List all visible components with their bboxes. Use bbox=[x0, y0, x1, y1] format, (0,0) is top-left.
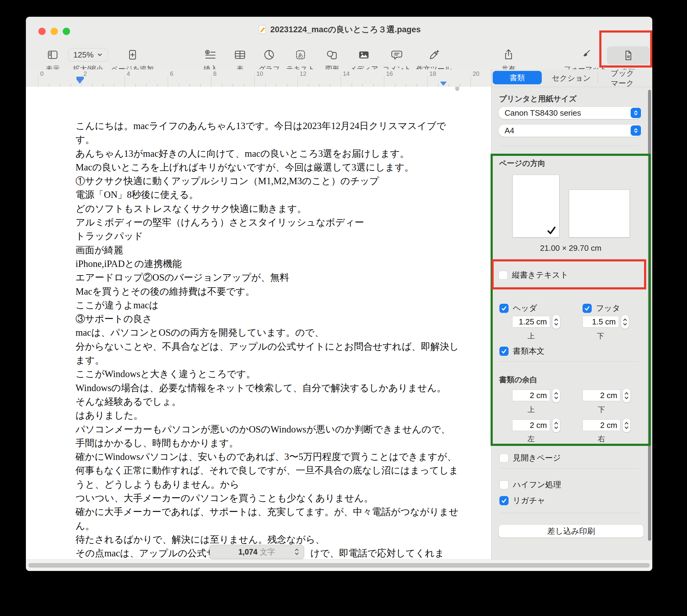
footer-margin-stepper[interactable] bbox=[621, 315, 629, 329]
header-margin-field[interactable]: 1.25 cm bbox=[512, 316, 550, 328]
margin-bottom-stepper[interactable] bbox=[622, 388, 631, 403]
sidebar-scrollbar-thumb[interactable] bbox=[648, 90, 651, 541]
divider bbox=[499, 146, 639, 146]
close-button[interactable] bbox=[38, 28, 46, 35]
ruler-number: 12 bbox=[300, 70, 306, 77]
ruler: 02468101214161820 bbox=[26, 69, 491, 87]
word-count-value: 1,074 bbox=[238, 548, 258, 556]
stepper-chevrons-icon bbox=[624, 391, 629, 400]
hyphenation-label: ハイフン処理 bbox=[513, 479, 561, 490]
ruler-tick bbox=[265, 84, 265, 87]
margin-top-label: 上 bbox=[528, 405, 535, 415]
ruler-tick bbox=[276, 84, 276, 87]
fullscreen-button[interactable] bbox=[63, 28, 70, 35]
window-title-text: 20231224_macの良いところ３選.pages bbox=[271, 24, 421, 35]
ruler-tick bbox=[352, 84, 352, 87]
header-checkbox[interactable] bbox=[499, 304, 509, 313]
facing-pages-checkbox[interactable] bbox=[499, 454, 509, 463]
pages-document-icon bbox=[258, 25, 267, 35]
ruler-tick bbox=[460, 84, 460, 87]
document-text[interactable]: こんにちは。macライフのあんちゃん13です。今日は2023年12月24日クリス… bbox=[76, 119, 471, 559]
horizontal-scrollbar-thumb[interactable] bbox=[28, 563, 650, 568]
document-body-row: 書類本文 bbox=[499, 346, 544, 356]
footer-checkbox[interactable] bbox=[583, 304, 592, 313]
share-icon bbox=[502, 48, 515, 62]
ruler-tick bbox=[416, 84, 417, 87]
document-text-line: Macを買うとその後の維持費は不要です。 bbox=[76, 285, 471, 298]
document-text-line: ん。 bbox=[76, 519, 471, 533]
word-count-badge[interactable]: 1,074 文字 bbox=[210, 545, 304, 559]
document-page[interactable]: こんにちは。macライフのあんちゃん13です。今日は2023年12月24日クリス… bbox=[26, 87, 491, 559]
hyphenation-checkbox[interactable] bbox=[499, 480, 509, 489]
margin-left-stepper[interactable] bbox=[552, 418, 560, 433]
ruler-tick bbox=[373, 84, 374, 87]
ruler-tick bbox=[157, 84, 157, 87]
document-text-line: macは、パソコンとOSのの両方を開発しています。ので、 bbox=[76, 326, 471, 339]
ruler-tick bbox=[135, 84, 136, 87]
paper-size-select[interactable]: A4 bbox=[498, 124, 642, 137]
footer-margin-field[interactable]: 1.5 cm bbox=[583, 316, 619, 328]
ligatures-row: リガチャ bbox=[499, 495, 545, 506]
margin-top-field[interactable]: 2 cm bbox=[512, 390, 550, 401]
printer-select[interactable]: Canon TS8430 series bbox=[498, 107, 642, 119]
document-text-line: ここがWindowsと大きく違うところです。 bbox=[76, 367, 471, 381]
document-body-checkbox[interactable] bbox=[499, 347, 509, 356]
margin-top-stepper[interactable] bbox=[552, 388, 560, 403]
document-body-label: 書類本文 bbox=[513, 346, 544, 356]
ruler-tick bbox=[146, 84, 147, 87]
ruler-number: 8 bbox=[213, 70, 216, 77]
orientation-portrait-option[interactable] bbox=[513, 175, 559, 237]
vertical-text-checkbox[interactable] bbox=[498, 270, 508, 280]
pages-window: 20231224_macの良いところ３選.pages 表示 125% 拡大/縮小… bbox=[26, 17, 652, 571]
document-text-line: ③サポートの良さ bbox=[76, 312, 471, 326]
zoom-value: 125% bbox=[73, 50, 94, 60]
margin-left-label: 左 bbox=[528, 434, 535, 444]
ruler-tick bbox=[125, 76, 125, 87]
document-text-line: 確かにWindowsパソコンは、安いものであれば、3〜5万円程度で買うことはでき… bbox=[76, 450, 471, 463]
header-margin-stepper[interactable] bbox=[552, 315, 560, 329]
header-row: ヘッダ bbox=[499, 303, 537, 313]
ruler-number: 16 bbox=[386, 70, 393, 77]
tab-bookmark[interactable]: ブックマーク bbox=[611, 69, 639, 87]
ruler-tick bbox=[384, 76, 384, 87]
ruler-tick bbox=[427, 76, 428, 87]
checkmark-icon bbox=[547, 226, 556, 235]
document-text-line: ①サクサク快適に動くアップルシリコン（M1,M2,M3のこと）のチップ bbox=[76, 174, 471, 188]
ruler-tick bbox=[114, 84, 114, 87]
chevron-down-icon bbox=[96, 53, 103, 57]
window-title: 20231224_macの良いところ３選.pages bbox=[258, 24, 421, 35]
paper-size-value: A4 bbox=[504, 126, 514, 135]
stepper-chevrons-icon bbox=[554, 421, 559, 430]
divider bbox=[499, 468, 639, 469]
word-count-chevrons-icon bbox=[294, 548, 299, 556]
printer-select-chevrons-icon bbox=[631, 108, 641, 118]
right-indent-triangle bbox=[440, 82, 447, 86]
tab-document[interactable]: 書類 bbox=[493, 71, 542, 84]
document-text-line: ここが違うよmacは bbox=[76, 298, 471, 312]
merge-print-button[interactable]: 差し込み印刷 bbox=[498, 524, 644, 538]
margin-bottom-field[interactable]: 2 cm bbox=[583, 390, 620, 401]
first-line-indent-marker[interactable] bbox=[77, 77, 84, 84]
footer-row: フッタ bbox=[583, 303, 620, 313]
minimize-button[interactable] bbox=[50, 28, 58, 35]
ruler-number: 20 bbox=[473, 70, 479, 77]
ligatures-checkbox[interactable] bbox=[499, 496, 509, 505]
ruler-tick bbox=[330, 84, 330, 87]
ruler-tick bbox=[49, 84, 49, 87]
media-image-icon bbox=[357, 48, 371, 62]
margin-right-stepper[interactable] bbox=[622, 418, 631, 433]
margin-right-field[interactable]: 2 cm bbox=[583, 419, 620, 431]
vertical-scrollbar-thumb[interactable] bbox=[455, 87, 459, 91]
ruler-tick bbox=[341, 76, 341, 87]
orientation-landscape-option[interactable] bbox=[569, 190, 630, 237]
right-indent-marker[interactable] bbox=[440, 82, 447, 86]
margin-left-field[interactable]: 2 cm bbox=[512, 419, 550, 431]
ruler-tick bbox=[103, 84, 103, 87]
comment-bubble-icon bbox=[390, 48, 404, 62]
document-text-line: iPhone,iPADとの連携機能 bbox=[76, 257, 471, 270]
zoom-dropdown[interactable]: 125% bbox=[68, 48, 108, 62]
format-inspector-sidebar: 書類 セクション ブックマーク プリンタと用紙サイズ Canon TS8430 … bbox=[491, 69, 652, 559]
paintbrush-icon bbox=[579, 48, 592, 62]
tab-section[interactable]: セクション bbox=[552, 69, 591, 87]
ruler-number: 18 bbox=[429, 70, 436, 77]
